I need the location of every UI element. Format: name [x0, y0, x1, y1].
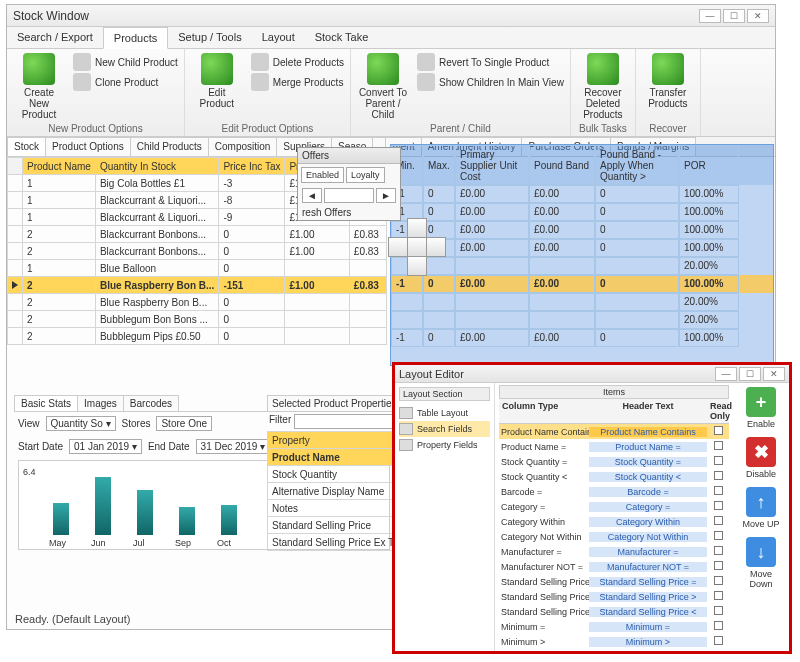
- filter-input[interactable]: [294, 414, 403, 429]
- readonly-checkbox[interactable]: [714, 501, 723, 510]
- table-row[interactable]: 2Bubblegum Pips £0.500: [8, 328, 387, 345]
- table-row[interactable]: 2Bubblegum Bon Bons ...0: [8, 311, 387, 328]
- dock-left-icon[interactable]: [388, 237, 408, 257]
- layout-item[interactable]: Product Name ContainsProduct Name Contai…: [499, 424, 729, 439]
- ribbon-create-new-product[interactable]: Create New Product: [13, 53, 65, 120]
- refresh-offers[interactable]: resh Offers: [298, 205, 400, 220]
- section-icon: [399, 407, 413, 419]
- start-label: Start Date: [18, 441, 63, 452]
- dock-guide[interactable]: [388, 218, 446, 276]
- layout-item[interactable]: Category WithinCategory Within: [499, 514, 729, 529]
- layout-item[interactable]: Barcode =Barcode =: [499, 484, 729, 499]
- readonly-checkbox[interactable]: [714, 576, 723, 585]
- move-down-button[interactable]: ↓Move Down: [741, 537, 781, 589]
- table-row[interactable]: 1Blue Balloon0: [8, 260, 387, 277]
- layout-item[interactable]: Standard Selling Price <Standard Selling…: [499, 604, 729, 619]
- offers-enabled-button[interactable]: Enabled: [301, 167, 344, 183]
- stores-select[interactable]: Store One: [156, 416, 212, 431]
- tab-Composition[interactable]: Composition: [208, 137, 278, 156]
- layout-item[interactable]: Product Name =Product Name =: [499, 439, 729, 454]
- minimize-icon[interactable]: —: [699, 9, 721, 23]
- layout-item[interactable]: Stock Quantity <Stock Quantity <: [499, 469, 729, 484]
- ribbon-convert-to-parent-child[interactable]: Convert To Parent / Child: [357, 53, 409, 120]
- panel-title: Selected Product Properties: [267, 395, 405, 412]
- move-up-button[interactable]: ↑Move UP: [741, 487, 781, 529]
- tab-Stock[interactable]: Stock: [7, 137, 46, 156]
- readonly-checkbox[interactable]: [714, 441, 723, 450]
- dock-down-icon[interactable]: [407, 256, 427, 276]
- ribbon-clone-product[interactable]: Clone Product: [73, 73, 178, 91]
- readonly-checkbox[interactable]: [714, 426, 723, 435]
- tab-Product Options[interactable]: Product Options: [45, 137, 131, 156]
- disable-button[interactable]: ✖Disable: [741, 437, 781, 479]
- readonly-checkbox[interactable]: [714, 471, 723, 480]
- readonly-checkbox[interactable]: [714, 636, 723, 645]
- le-minimize-icon[interactable]: —: [715, 367, 737, 381]
- layout-item[interactable]: Standard Selling Price =Standard Selling…: [499, 574, 729, 589]
- start-date[interactable]: 01 Jan 2019 ▾: [69, 439, 142, 454]
- table-row[interactable]: 2Blackcurrant Bonbons...0£1.00£0.83: [8, 243, 387, 260]
- end-date[interactable]: 31 Dec 2019 ▾: [196, 439, 271, 454]
- layout-item[interactable]: Stock Quantity =Stock Quantity =: [499, 454, 729, 469]
- offers-next[interactable]: ►: [376, 188, 396, 203]
- readonly-checkbox[interactable]: [714, 531, 723, 540]
- dock-center-icon[interactable]: [407, 237, 427, 257]
- plus-icon: [587, 53, 619, 85]
- ribbon-edit-product[interactable]: Edit Product: [191, 53, 243, 109]
- table-row[interactable]: 2Blue Raspberry Bon B...0: [8, 294, 387, 311]
- offers-toolbox[interactable]: Offers Enabled Loyalty ◄ ► resh Offers: [297, 147, 401, 221]
- menu-setup-tools[interactable]: Setup / Tools: [168, 27, 251, 48]
- offers-loyalty-button[interactable]: Loyalty: [346, 167, 385, 183]
- dock-up-icon[interactable]: [407, 218, 427, 238]
- layout-item[interactable]: Manufacturer =Manufacturer =: [499, 544, 729, 559]
- close-icon[interactable]: ✕: [747, 9, 769, 23]
- readonly-checkbox[interactable]: [714, 516, 723, 525]
- readonly-checkbox[interactable]: [714, 486, 723, 495]
- ribbon-transfer-products[interactable]: Transfer Products: [642, 53, 694, 109]
- layout-section-search-fields[interactable]: Search Fields: [399, 421, 490, 437]
- stats-tab-barcodes[interactable]: Barcodes: [123, 395, 179, 411]
- layout-items-grid[interactable]: Items Column Type Header Text Read Only …: [495, 383, 733, 651]
- dock-right-icon[interactable]: [426, 237, 446, 257]
- tab-Child Products[interactable]: Child Products: [130, 137, 209, 156]
- ribbon-delete-products[interactable]: Delete Products: [251, 53, 344, 71]
- stats-tab-basic-stats[interactable]: Basic Stats: [14, 395, 78, 411]
- ribbon-revert-to-single-product[interactable]: Revert To Single Product: [417, 53, 564, 71]
- le-maximize-icon[interactable]: ☐: [739, 367, 761, 381]
- menu-search-export[interactable]: Search / Export: [7, 27, 103, 48]
- selected-properties-panel: Selected Product Properties Filter Prope…: [267, 395, 405, 551]
- readonly-checkbox[interactable]: [714, 591, 723, 600]
- plus-icon: [23, 53, 55, 85]
- layout-item[interactable]: Category Not WithinCategory Not Within: [499, 529, 729, 544]
- layout-section-property-fields[interactable]: Property Fields: [399, 437, 490, 453]
- layout-item[interactable]: Minimum >Minimum >: [499, 634, 729, 649]
- readonly-checkbox[interactable]: [714, 561, 723, 570]
- ribbon-new-child-product[interactable]: New Child Product: [73, 53, 178, 71]
- view-select[interactable]: Quantity So ▾: [46, 416, 116, 431]
- ribbon-show-children-in-main-view[interactable]: Show Children In Main View: [417, 73, 564, 91]
- readonly-checkbox[interactable]: [714, 456, 723, 465]
- menu-products[interactable]: Products: [103, 27, 168, 49]
- stats-tab-images[interactable]: Images: [77, 395, 124, 411]
- layout-item[interactable]: Minimum <Minimum <: [499, 649, 729, 651]
- ribbon-merge-products[interactable]: Merge Products: [251, 73, 344, 91]
- layout-item[interactable]: Minimum =Minimum =: [499, 619, 729, 634]
- offers-prev[interactable]: ◄: [302, 188, 322, 203]
- section-icon: [399, 423, 413, 435]
- table-row[interactable]: 2Blue Raspberry Bon B...-151£1.00£0.83: [8, 277, 387, 294]
- layout-item[interactable]: Standard Selling Price >Standard Selling…: [499, 589, 729, 604]
- le-close-icon[interactable]: ✕: [763, 367, 785, 381]
- table-row[interactable]: 2Blackcurrant Bonbons...0£1.00£0.83: [8, 226, 387, 243]
- menu-stock-take[interactable]: Stock Take: [305, 27, 379, 48]
- enable-button[interactable]: +Enable: [741, 387, 781, 429]
- readonly-checkbox[interactable]: [714, 606, 723, 615]
- menu-layout[interactable]: Layout: [252, 27, 305, 48]
- readonly-checkbox[interactable]: [714, 621, 723, 630]
- layout-item[interactable]: Category =Category =: [499, 499, 729, 514]
- maximize-icon[interactable]: ☐: [723, 9, 745, 23]
- ribbon-recover-deleted-products[interactable]: Recover Deleted Products: [577, 53, 629, 120]
- layout-item[interactable]: Manufacturer NOT =Manufacturer NOT =: [499, 559, 729, 574]
- readonly-checkbox[interactable]: [714, 546, 723, 555]
- layout-section-table-layout[interactable]: Table Layout: [399, 405, 490, 421]
- chart-bar: [137, 490, 153, 535]
